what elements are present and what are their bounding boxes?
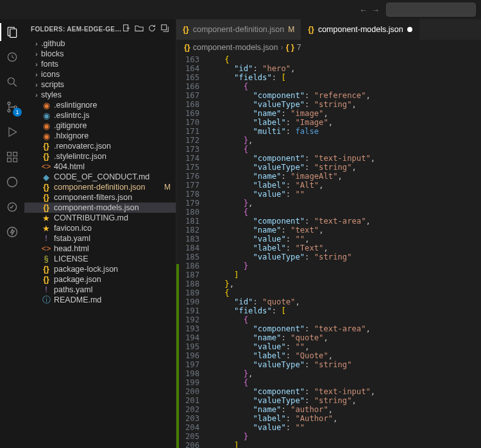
breadcrumbs[interactable]: {} component-models.json › { } 7	[176, 40, 481, 55]
star-icon: ★	[41, 213, 51, 223]
code-line[interactable]: "component": "text-area",	[206, 217, 481, 226]
code-line[interactable]: "component": "text-input",	[206, 154, 481, 163]
code-line[interactable]: {	[206, 145, 481, 154]
new-folder-icon[interactable]	[135, 24, 144, 34]
source-control-icon[interactable]: 1	[4, 99, 20, 115]
breadcrumb-file[interactable]: component-models.json	[193, 43, 278, 52]
file-tree[interactable]: ›.github›blocks›fonts›icons›scripts›styl…	[24, 38, 176, 305]
code-line[interactable]: }	[206, 261, 481, 270]
code-line[interactable]: },	[206, 279, 481, 288]
code-line[interactable]: "name": "image",	[206, 109, 481, 118]
file-item[interactable]: {}package.json	[24, 274, 176, 285]
code-line[interactable]: {	[206, 378, 481, 387]
code-line[interactable]: "fields": [	[206, 73, 481, 82]
debug-icon[interactable]	[4, 124, 20, 140]
code-line[interactable]: },	[206, 369, 481, 378]
nav-forward-icon[interactable]: →	[371, 5, 380, 15]
code-line[interactable]: "label": "Alt",	[206, 181, 481, 190]
code-line[interactable]: "name": "imageAlt",	[206, 172, 481, 181]
file-item[interactable]: {}component-definition.jsonM	[24, 182, 176, 192]
collapse-all-icon[interactable]	[160, 24, 169, 34]
file-item[interactable]: ◉.gitignore	[24, 120, 176, 131]
code-line[interactable]: "component": "reference",	[206, 91, 481, 100]
code-line[interactable]: },	[206, 136, 481, 145]
code-line[interactable]: "name": "quote",	[206, 333, 481, 342]
code-line[interactable]: "label": "Quote",	[206, 351, 481, 360]
file-item[interactable]: {}component-filters.json	[24, 192, 176, 203]
code-line[interactable]: "valueType": "string"	[206, 360, 481, 369]
cloud-icon[interactable]	[4, 199, 20, 215]
file-item[interactable]: !fstab.yaml	[24, 233, 176, 244]
modified-badge: M	[164, 183, 171, 192]
breadcrumb-symbol[interactable]: 7	[297, 43, 301, 52]
code-line[interactable]: "name": "text",	[206, 226, 481, 235]
file-item[interactable]: <>404.html	[24, 162, 176, 172]
file-item[interactable]: {}.stylelintrc.json	[24, 151, 176, 162]
extensions-icon[interactable]	[4, 149, 20, 165]
folder-item[interactable]: ›scripts	[24, 79, 176, 90]
file-item[interactable]: ◉.hlxignore	[24, 131, 176, 141]
code-line[interactable]: ]	[206, 270, 481, 279]
explorer-icon[interactable]	[4, 24, 20, 40]
folder-item[interactable]: ›.github	[24, 38, 176, 49]
code-line[interactable]: "label": "Text",	[206, 244, 481, 253]
file-item[interactable]: ◆CODE_OF_CONDUCT.md	[24, 172, 176, 182]
code-line[interactable]: "value": "",	[206, 235, 481, 244]
nav-back-icon[interactable]: ←	[359, 5, 367, 15]
editor-tab[interactable]: {}component-models.json	[301, 19, 419, 40]
code-line[interactable]: "fields": [	[206, 306, 481, 315]
refresh-icon[interactable]	[148, 24, 156, 34]
code-line[interactable]: "value": ""	[206, 423, 481, 432]
code-line[interactable]: "value": ""	[206, 190, 481, 199]
editor-area: {}component-definition.jsonM{}component-…	[176, 19, 481, 448]
timeline-icon[interactable]	[4, 49, 20, 65]
code-line[interactable]: "name": "author",	[206, 405, 481, 414]
code-line[interactable]: },	[206, 199, 481, 208]
code-line[interactable]: "value": "",	[206, 342, 481, 351]
code-line[interactable]: {	[206, 208, 481, 217]
bolt-icon[interactable]	[4, 224, 20, 240]
code-line[interactable]: "id": "quote",	[206, 297, 481, 306]
editor-body[interactable]: 1631641651661671681691701711721731741751…	[176, 55, 481, 448]
code-line[interactable]: {	[206, 288, 481, 297]
file-item[interactable]: §LICENSE	[24, 254, 176, 264]
code-line[interactable]: "component": "text-area",	[206, 324, 481, 333]
file-item[interactable]: {}.renovaterc.json	[24, 141, 176, 151]
code-line[interactable]: }	[206, 432, 481, 441]
file-item[interactable]: !paths.yaml	[24, 285, 176, 295]
file-item[interactable]: <>head.html	[24, 244, 176, 254]
file-item[interactable]: ◉.eslintignore	[24, 100, 176, 110]
code-line[interactable]: "label": "Author",	[206, 414, 481, 423]
item-label: fonts	[41, 60, 58, 69]
code-line[interactable]: {	[206, 315, 481, 324]
file-item[interactable]: ★favicon.ico	[24, 223, 176, 233]
file-item[interactable]: ★CONTRIBUTING.md	[24, 213, 176, 223]
code-line[interactable]: "valueType": "string"	[206, 253, 481, 261]
code-line[interactable]: "multi": false	[206, 127, 481, 136]
new-file-icon[interactable]	[122, 24, 131, 34]
code-column[interactable]: { "id": "hero", "fields": [ { "component…	[206, 55, 481, 448]
code-line[interactable]: "component": "text-input",	[206, 387, 481, 396]
code-line[interactable]: "valueType": "string",	[206, 100, 481, 109]
editor-tab[interactable]: {}component-definition.jsonM	[176, 19, 301, 40]
git-icon: ◉	[41, 131, 51, 141]
code-line[interactable]: {	[206, 55, 481, 64]
code-line[interactable]: "valueType": "string",	[206, 163, 481, 172]
command-palette-input[interactable]	[386, 3, 476, 17]
remote-icon[interactable]	[4, 174, 20, 190]
file-item[interactable]: {}component-models.json	[24, 203, 176, 213]
code-line[interactable]: ]	[206, 441, 481, 448]
folder-item[interactable]: ›blocks	[24, 49, 176, 59]
code-line[interactable]: "valueType": "string",	[206, 396, 481, 405]
folder-item[interactable]: ›icons	[24, 69, 176, 79]
code-line[interactable]: "label": "Image",	[206, 118, 481, 127]
code-line[interactable]: {	[206, 82, 481, 91]
file-item[interactable]: ⓘREADME.md	[24, 295, 176, 305]
file-item[interactable]: ◉.eslintrc.js	[24, 110, 176, 120]
file-item[interactable]: {}package-lock.json	[24, 264, 176, 274]
folder-item[interactable]: ›styles	[24, 90, 176, 100]
line-number: 194	[179, 333, 199, 342]
code-line[interactable]: "id": "hero",	[206, 64, 481, 73]
folder-item[interactable]: ›fonts	[24, 59, 176, 69]
search-icon[interactable]	[4, 74, 20, 90]
